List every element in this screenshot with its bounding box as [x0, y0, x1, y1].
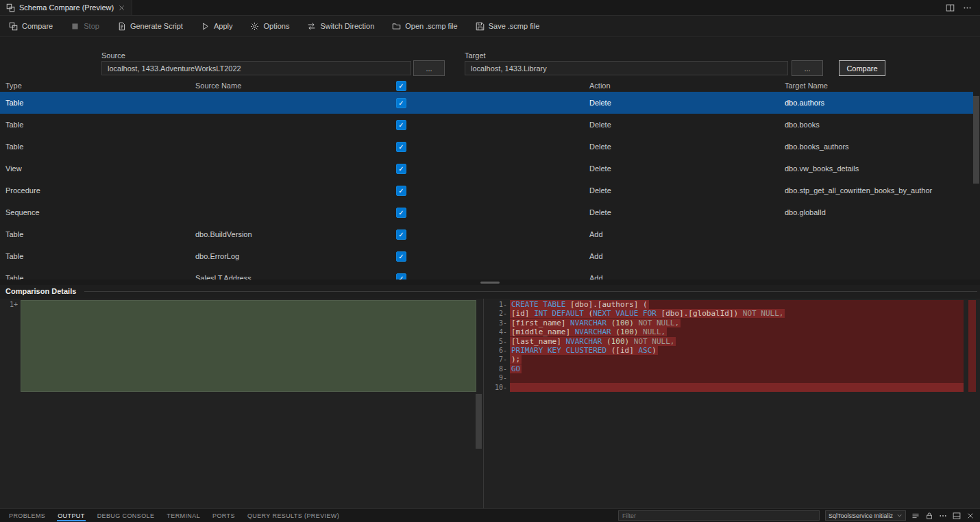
word-wrap-icon[interactable]	[911, 512, 920, 520]
switch-direction-button[interactable]: Switch Direction	[301, 19, 380, 34]
generate-script-label: Generate Script	[130, 22, 183, 30]
close-tab-icon[interactable]	[118, 4, 125, 12]
table-row[interactable]: Tabledbo.BuildVersionAdd	[0, 223, 973, 245]
row-target-name: dbo.books_authors	[785, 142, 973, 151]
row-action: Delete	[589, 99, 785, 107]
right-line-numbers: 1-2-3-4-5-6-7-8-9-10-	[484, 300, 507, 392]
panel-tab-query-results-preview[interactable]: QUERY RESULTS (PREVIEW)	[241, 509, 345, 522]
bottom-panel: PROBLEMSOUTPUTDEBUG CONSOLETERMINALPORTS…	[0, 508, 980, 522]
splitter-handle[interactable]	[480, 282, 500, 284]
panel-tab-output[interactable]: OUTPUT	[51, 509, 90, 522]
maximize-panel-icon[interactable]	[953, 512, 961, 520]
diff-target-pane[interactable]: 1-2-3-4-5-6-7-8-9-10- CREATE TABLE [dbo]…	[484, 299, 980, 508]
code-line	[510, 383, 964, 392]
table-row[interactable]: SequenceDeletedbo.globalId	[0, 201, 973, 223]
line-number: 1+	[0, 300, 18, 309]
panel-controls: SqlToolsService Initializ	[618, 510, 980, 521]
row-action: Delete	[589, 164, 785, 173]
save-scmp-label: Save .scmp file	[489, 22, 540, 30]
table-row[interactable]: TableDeletedbo.books_authors	[0, 136, 973, 158]
col-header-target-name[interactable]: Target Name	[785, 82, 973, 90]
code-line: CREATE TABLE [dbo].[authors] (	[510, 300, 964, 309]
code-line: );	[510, 355, 964, 364]
row-target-name: dbo.books	[785, 121, 973, 129]
table-row[interactable]: ViewDeletedbo.vw_books_details	[0, 158, 973, 179]
target-browse-button[interactable]: ...	[792, 60, 823, 76]
target-label: Target	[465, 51, 486, 60]
code-line: [middle_name] NVARCHAR (100) NULL,	[510, 327, 964, 336]
panel-tab-debug-console[interactable]: DEBUG CONSOLE	[91, 509, 161, 522]
include-checkbox[interactable]	[396, 120, 406, 130]
script-icon	[117, 22, 126, 31]
source-input[interactable]	[101, 61, 411, 75]
include-checkbox[interactable]	[396, 229, 406, 240]
include-checkbox[interactable]	[396, 208, 406, 218]
include-checkbox[interactable]	[396, 142, 406, 152]
row-type: Table	[5, 99, 195, 107]
row-action: Delete	[589, 208, 785, 216]
output-filter-input[interactable]	[618, 510, 820, 521]
close-panel-icon[interactable]	[966, 512, 975, 520]
include-checkbox[interactable]	[396, 251, 406, 262]
table-row[interactable]: TableDeletedbo.books	[0, 114, 973, 136]
include-checkbox[interactable]	[396, 186, 406, 196]
editor-actions	[946, 0, 980, 15]
row-target-name: dbo.stp_get_all_cowritten_books_by_autho…	[785, 186, 973, 195]
grid-scrollbar[interactable]	[973, 92, 979, 281]
tab-schema-compare[interactable]: Schema Compare (Preview)	[0, 0, 132, 15]
output-channel-select[interactable]: SqlToolsService Initializ	[825, 510, 906, 521]
editor-tab-bar: Schema Compare (Preview)	[0, 0, 980, 16]
row-type: Sequence	[5, 208, 195, 216]
lock-scroll-icon[interactable]	[925, 512, 933, 520]
options-button[interactable]: Options	[244, 19, 295, 34]
open-scmp-button[interactable]: Open .scmp file	[386, 19, 463, 34]
scrollbar-thumb[interactable]	[973, 96, 979, 184]
apply-button[interactable]: Apply	[195, 19, 239, 34]
compare-button[interactable]: Compare	[3, 19, 59, 34]
left-line-numbers: 1+	[0, 300, 18, 309]
source-browse-button[interactable]: ...	[413, 60, 445, 76]
comparison-details-header: Comparison Details	[5, 286, 977, 297]
table-row[interactable]: ProcedureDeletedbo.stp_get_all_cowritten…	[0, 179, 973, 201]
left-scrollbar-thumb[interactable]	[476, 394, 482, 449]
code-line: [first_name] NVARCHAR (100) NOT NULL,	[510, 319, 964, 327]
row-target-name: dbo.globalId	[785, 208, 973, 216]
code-line: [id] INT DEFAULT (NEXT VALUE FOR [dbo].[…	[510, 309, 964, 318]
diff-source-pane[interactable]: 1+	[0, 299, 484, 508]
compare-button[interactable]: Compare	[839, 60, 885, 76]
panel-tab-ports[interactable]: PORTS	[206, 509, 241, 522]
switch-icon	[307, 22, 316, 31]
col-header-type[interactable]: Type	[5, 82, 195, 90]
save-scmp-button[interactable]: Save .scmp file	[469, 19, 546, 34]
col-header-action[interactable]: Action	[589, 82, 785, 90]
open-scmp-label: Open .scmp file	[405, 22, 457, 30]
row-action: Add	[589, 230, 785, 238]
more-actions-icon[interactable]	[963, 3, 972, 12]
panel-more-actions-icon[interactable]	[939, 512, 947, 520]
target-input[interactable]	[465, 61, 788, 75]
select-all-checkbox[interactable]	[396, 81, 406, 91]
compare-icon	[6, 3, 15, 12]
row-action: Add	[589, 252, 785, 260]
row-action: Delete	[589, 142, 785, 151]
line-number: 10-	[484, 383, 507, 392]
code-line: [last_name] NVARCHAR (100) NOT NULL,	[510, 337, 964, 346]
table-row[interactable]: TableDeletedbo.authors	[0, 92, 973, 114]
chevron-down-icon	[896, 512, 903, 519]
panel-tab-problems[interactable]: PROBLEMS	[3, 509, 51, 522]
comparison-details-title: Comparison Details	[5, 287, 76, 295]
table-row[interactable]: TableSalesLT.AddressAdd	[0, 267, 973, 281]
col-header-source-name[interactable]: Source Name	[195, 82, 396, 90]
generate-script-button[interactable]: Generate Script	[111, 19, 189, 34]
table-row[interactable]: Tabledbo.ErrorLogAdd	[0, 245, 973, 267]
splitter	[0, 279, 980, 285]
include-checkbox[interactable]	[396, 164, 406, 174]
grid-header: Type Source Name Action Target Name	[0, 79, 973, 92]
row-type: Procedure	[5, 186, 195, 195]
row-target-name: dbo.authors	[785, 99, 973, 107]
removed-code-block: CREATE TABLE [dbo].[authors] ([id] INT D…	[510, 300, 964, 392]
split-editor-icon[interactable]	[946, 3, 955, 12]
code-line: GO	[510, 364, 964, 373]
panel-tab-terminal[interactable]: TERMINAL	[160, 509, 206, 522]
include-checkbox[interactable]	[396, 98, 406, 108]
